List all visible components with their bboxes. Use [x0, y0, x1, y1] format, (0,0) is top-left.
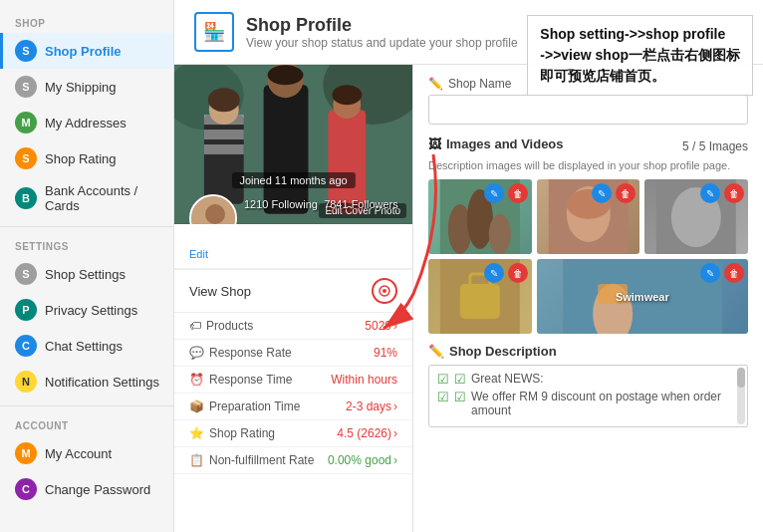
- image-thumb-3: ✎ 🗑: [644, 179, 748, 254]
- image-2-controls: ✎ 🗑: [592, 183, 636, 203]
- image-4-delete[interactable]: 🗑: [508, 263, 528, 283]
- shop-card: Edit Cover Photo Joined 11 months ago 12…: [174, 65, 413, 532]
- stat-products: 🏷Products 5029 ›: [174, 313, 412, 340]
- scrollbar[interactable]: [737, 368, 745, 424]
- annotation-box: Shop setting->>shop profile ->>view shop…: [527, 15, 753, 96]
- images-section-title: 🖼 Images and Videos: [428, 136, 564, 151]
- sidebar-item-change-password[interactable]: C Change Password: [0, 471, 173, 507]
- page-title: Shop Profile: [246, 15, 518, 36]
- image-5-delete[interactable]: 🗑: [724, 263, 744, 283]
- following-followers: 1210 Following 7841 Followers: [244, 198, 398, 210]
- svg-point-12: [208, 88, 240, 112]
- image-thumb-5: Swimwear ✎ 🗑: [537, 259, 748, 334]
- sidebar-item-label: Bank Accounts / Cards: [45, 183, 161, 213]
- desc-item-2: ☑ ☑ We offer RM 9 discount on postage wh…: [437, 390, 739, 417]
- image-1-edit[interactable]: ✎: [484, 183, 504, 203]
- sidebar-item-label: Shop Settings: [45, 267, 126, 282]
- divider-1: [0, 226, 173, 227]
- stat-nonfulfillment: 📋Non-fulfillment Rate 0.00% good ›: [174, 447, 412, 474]
- sidebar-item-shop-rating[interactable]: S Shop Rating: [0, 140, 173, 176]
- image-3-delete[interactable]: 🗑: [724, 183, 744, 203]
- sidebar-item-notification-settings[interactable]: N Notification Settings: [0, 364, 173, 399]
- image-2-edit[interactable]: ✎: [592, 183, 612, 203]
- divider-2: [0, 405, 173, 406]
- account-section-label: ACCOUNT: [0, 412, 173, 435]
- sidebar-item-label: Shop Profile: [45, 44, 122, 59]
- image-thumb-4: ✎ 🗑: [428, 259, 532, 334]
- annotation-line3: 即可预览店铺首页。: [540, 66, 740, 87]
- shop-settings-icon: S: [15, 263, 37, 285]
- shop-section-label: SHOP: [0, 10, 173, 33]
- sidebar-item-bank-accounts[interactable]: B Bank Accounts / Cards: [0, 176, 173, 220]
- my-addresses-icon: M: [15, 112, 37, 133]
- image-thumb-1: ✎ 🗑: [428, 179, 532, 254]
- desc-item-1: ☑ ☑ Great NEWS:: [437, 372, 739, 387]
- stat-shop-rating: ⭐Shop Rating 4.5 (2626) ›: [174, 420, 412, 447]
- header-text: Shop Profile View your shop status and u…: [246, 15, 518, 50]
- sidebar-item-label: Change Password: [45, 482, 150, 497]
- image-4-edit[interactable]: ✎: [484, 263, 504, 283]
- shop-profile-icon: S: [15, 40, 37, 62]
- shop-rating-icon: S: [15, 147, 37, 169]
- image-5-edit[interactable]: ✎: [700, 263, 720, 283]
- svg-rect-6: [204, 144, 244, 154]
- images-grid: ✎ 🗑 ✎ 🗑 ✎ 🗑: [428, 179, 748, 334]
- swimwear-label: Swimwear: [616, 291, 669, 303]
- sidebar-item-shop-settings[interactable]: S Shop Settings: [0, 256, 173, 292]
- svg-point-19: [382, 289, 386, 293]
- sidebar-item-my-addresses[interactable]: M My Addresses: [0, 105, 173, 140]
- cover-photo: Edit Cover Photo Joined 11 months ago 12…: [174, 65, 412, 224]
- image-5-controls: ✎ 🗑: [700, 263, 744, 283]
- sidebar-item-label: Chat Settings: [45, 339, 123, 354]
- svg-point-23: [489, 214, 511, 254]
- image-3-controls: ✎ 🗑: [700, 183, 744, 203]
- shop-name-input[interactable]: [428, 95, 748, 125]
- stat-preparation-time: 📦Preparation Time 2-3 days ›: [174, 394, 412, 420]
- svg-rect-5: [204, 130, 244, 139]
- svg-point-16: [205, 204, 225, 224]
- annotation-line1: Shop setting->>shop profile: [540, 24, 740, 45]
- change-password-icon: C: [15, 478, 37, 500]
- shop-description-box[interactable]: ☑ ☑ Great NEWS: ☑ ☑ We offer RM 9 discou…: [428, 365, 748, 427]
- sidebar-item-label: My Addresses: [45, 116, 127, 131]
- right-panel: ✏️ Shop Name 🖼 Images and Videos 5 / 5 I…: [413, 65, 763, 532]
- image-3-edit[interactable]: ✎: [700, 183, 720, 203]
- images-count: 5 / 5 Images: [682, 139, 748, 153]
- svg-rect-8: [264, 85, 309, 213]
- svg-point-14: [332, 85, 362, 105]
- image-thumb-2: ✎ 🗑: [537, 179, 640, 254]
- scroll-thumb: [737, 368, 745, 388]
- chat-settings-icon: C: [15, 335, 37, 357]
- bank-accounts-icon: B: [15, 187, 37, 209]
- sidebar-item-my-account[interactable]: M My Account: [0, 435, 173, 471]
- sidebar-item-shop-profile[interactable]: S Shop Profile: [0, 33, 173, 69]
- profile-info: Edit: [174, 224, 412, 269]
- annotation-line2: ->>view shop一栏点击右侧图标: [540, 45, 740, 66]
- view-shop-button[interactable]: [372, 278, 397, 304]
- edit-label[interactable]: Edit: [189, 248, 397, 260]
- images-desc: Description images will be displayed in …: [428, 159, 748, 171]
- sidebar-item-label: Shop Rating: [45, 151, 117, 166]
- svg-point-13: [268, 65, 304, 85]
- sidebar-item-my-shipping[interactable]: S My Shipping: [0, 69, 173, 105]
- svg-rect-3: [204, 115, 244, 204]
- page-subtitle: View your shop status and update your sh…: [246, 36, 518, 50]
- view-shop-text: View Shop: [189, 284, 251, 299]
- notification-settings-icon: N: [15, 371, 37, 393]
- privacy-settings-icon: P: [15, 299, 37, 321]
- header-shop-icon: 🏪: [194, 12, 234, 52]
- sidebar-item-label: Notification Settings: [45, 375, 159, 390]
- images-section-header: 🖼 Images and Videos 5 / 5 Images: [428, 136, 748, 155]
- image-1-controls: ✎ 🗑: [484, 183, 528, 203]
- settings-section-label: SETTINGS: [0, 233, 173, 256]
- sidebar-item-privacy-settings[interactable]: P Privacy Settings: [0, 292, 173, 328]
- sidebar-item-label: Privacy Settings: [45, 303, 137, 318]
- sidebar-item-label: My Account: [45, 446, 112, 461]
- my-shipping-icon: S: [15, 76, 37, 98]
- image-1-delete[interactable]: 🗑: [508, 183, 528, 203]
- sidebar-item-chat-settings[interactable]: C Chat Settings: [0, 328, 173, 364]
- view-shop-row: View Shop: [174, 269, 412, 313]
- my-account-icon: M: [15, 442, 37, 464]
- image-2-delete[interactable]: 🗑: [616, 183, 636, 203]
- content-area: Edit Cover Photo Joined 11 months ago 12…: [174, 65, 763, 532]
